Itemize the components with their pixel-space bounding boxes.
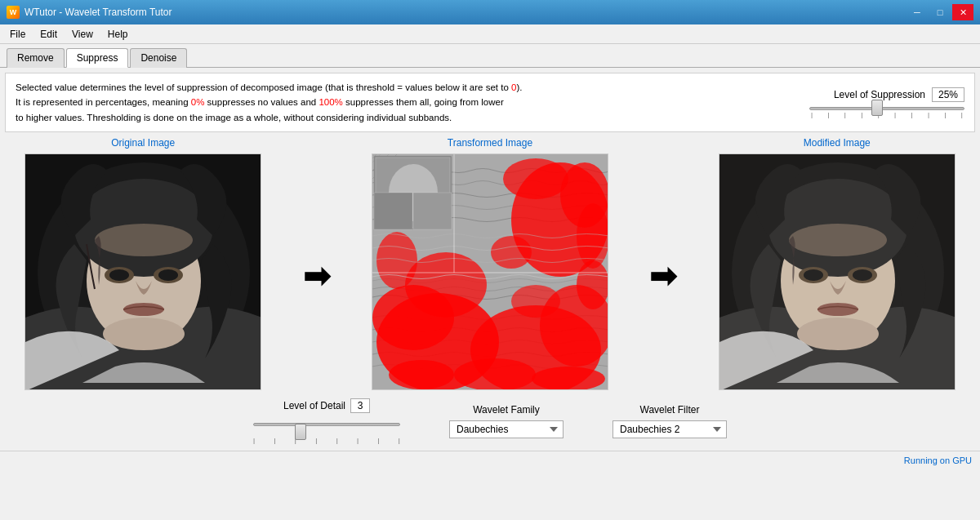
modified-image-box xyxy=(719,153,956,390)
svg-point-10 xyxy=(123,303,164,316)
suppression-label-row: Level of Suppression 25% xyxy=(834,87,964,102)
menu-edit[interactable]: Edit xyxy=(33,26,64,42)
detail-label: Level of Detail xyxy=(283,400,345,411)
minimize-button[interactable]: ─ xyxy=(906,4,928,20)
status-bar: Running on GPU xyxy=(0,451,980,469)
zero-value: 0 xyxy=(511,82,516,92)
svg-point-29 xyxy=(389,360,454,389)
wavelet-filter-control: Wavelet Filter Daubechies 2 Daubechies 1… xyxy=(612,404,727,438)
wavelet-filter-select[interactable]: Daubechies 2 Daubechies 1 Daubechies 3 D… xyxy=(612,420,727,438)
transformed-image-label: Transformed Image xyxy=(448,137,532,149)
modified-image-label: Modified Image xyxy=(804,137,871,149)
svg-rect-40 xyxy=(413,193,452,229)
svg-rect-39 xyxy=(374,193,412,229)
transformed-overlay xyxy=(372,154,608,389)
suppression-slider-ticks: ||||| ||||| xyxy=(809,111,964,118)
svg-point-5 xyxy=(95,224,193,256)
hundred-percent: 100% xyxy=(318,97,342,107)
suppression-label: Level of Suppression xyxy=(834,89,925,100)
menu-file[interactable]: File xyxy=(3,26,32,42)
detail-control: Level of Detail 3 |||||||| xyxy=(253,398,400,444)
wavelet-filter-label: Wavelet Filter xyxy=(640,404,700,416)
svg-point-11 xyxy=(103,318,185,350)
modified-image-svg xyxy=(719,154,956,390)
original-image-box xyxy=(24,153,261,390)
menu-view[interactable]: View xyxy=(65,26,100,42)
title-bar-left: W WTutor - Wavelet Transform Tutor xyxy=(7,6,172,19)
svg-point-8 xyxy=(109,269,129,281)
transformed-svg xyxy=(372,154,608,389)
tab-denoise[interactable]: Denoise xyxy=(130,48,187,68)
title-bar: W WTutor - Wavelet Transform Tutor ─ □ ✕ xyxy=(0,0,980,24)
suppression-control: Level of Suppression 25% ||||| ||||| xyxy=(785,87,964,118)
wavelet-family-control: Wavelet Family Daubechies Haar Symlets C… xyxy=(449,404,564,438)
tab-remove[interactable]: Remove xyxy=(7,48,65,68)
wavelet-family-label: Wavelet Family xyxy=(473,404,540,416)
transformed-image-panel: Transformed Image xyxy=(372,137,608,390)
suppression-slider-container: ||||| ||||| xyxy=(809,105,964,118)
info-description: Selected value determines the level of s… xyxy=(16,80,522,125)
tab-suppress[interactable]: Suppress xyxy=(66,48,129,68)
detail-value: 3 xyxy=(350,398,370,413)
detail-slider-thumb[interactable] xyxy=(295,424,306,440)
window-title: WTutor - Wavelet Transform Tutor xyxy=(24,7,172,18)
original-image-svg xyxy=(25,154,261,390)
original-image-label: Original Image xyxy=(111,137,175,149)
close-button[interactable]: ✕ xyxy=(952,4,973,20)
svg-point-26 xyxy=(511,285,560,318)
suppression-slider-thumb[interactable] xyxy=(871,100,883,116)
status-text: Running on GPU xyxy=(904,456,972,465)
svg-point-9 xyxy=(158,269,178,281)
info-box: Selected value determines the level of s… xyxy=(5,73,975,132)
images-section: Original Image xyxy=(0,137,980,390)
zero-percent: 0% xyxy=(191,97,205,107)
svg-point-31 xyxy=(503,158,568,199)
transformed-image-box xyxy=(372,153,608,390)
bottom-controls: Level of Detail 3 |||||||| Wavelet Famil… xyxy=(0,390,980,451)
window-controls: ─ □ ✕ xyxy=(906,4,973,20)
menu-help[interactable]: Help xyxy=(101,26,135,42)
tabs-bar: Remove Suppress Denoise xyxy=(0,44,980,68)
svg-point-24 xyxy=(491,236,532,269)
suppression-value: 25% xyxy=(932,87,964,102)
detail-slider-track[interactable] xyxy=(253,423,400,426)
wavelet-family-select[interactable]: Daubechies Haar Symlets Coiflets xyxy=(449,420,564,438)
arrow-2: ➡ xyxy=(649,257,677,295)
menu-bar: File Edit View Help xyxy=(0,24,980,44)
detail-slider xyxy=(253,416,400,433)
svg-rect-53 xyxy=(719,154,956,390)
detail-slider-ticks: |||||||| xyxy=(253,437,400,444)
suppression-slider-track[interactable] xyxy=(809,107,964,110)
app-icon: W xyxy=(7,6,20,19)
svg-point-27 xyxy=(376,232,417,289)
detail-label-row: Level of Detail 3 xyxy=(283,398,370,413)
arrow-1: ➡ xyxy=(303,257,331,295)
modified-image-panel: Modified Image xyxy=(719,137,956,390)
original-image-panel: Original Image xyxy=(24,137,261,390)
maximize-button[interactable]: □ xyxy=(929,4,951,20)
